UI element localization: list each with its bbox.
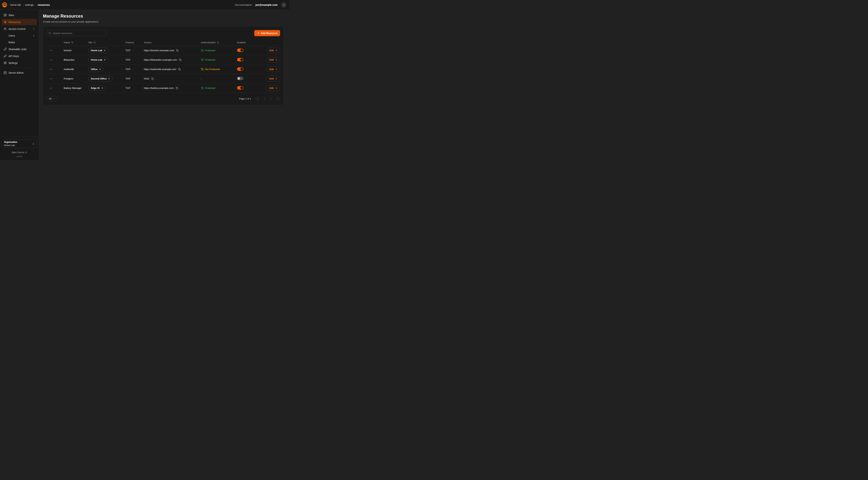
users-icon	[4, 27, 7, 30]
column-header-authentication[interactable]: Authentication	[201, 41, 237, 44]
plus-icon	[257, 32, 259, 34]
edit-button[interactable]: Edit	[267, 66, 280, 72]
site-link-button[interactable]: Edge 01	[88, 85, 106, 91]
open-source-link[interactable]: Open Source	[2, 151, 37, 154]
row-menu-button[interactable]	[49, 58, 54, 62]
column-header-name[interactable]: Name	[64, 41, 88, 44]
external-link-icon	[101, 87, 103, 89]
next-page-button[interactable]	[268, 96, 273, 101]
protocol-value: TCP	[125, 77, 144, 80]
enabled-toggle[interactable]	[237, 49, 243, 52]
search-input[interactable]	[47, 30, 106, 36]
add-resource-label: Add Resource	[261, 32, 277, 35]
last-page-button[interactable]	[275, 96, 280, 101]
copy-button[interactable]	[178, 68, 181, 71]
pagination-bar: 20 Page 1 of 1	[47, 96, 280, 101]
row-menu-button[interactable]	[49, 48, 54, 53]
sidebar-item-access-control[interactable]: Access Control	[2, 26, 37, 32]
edit-button[interactable]: Edit	[267, 48, 280, 53]
enabled-toggle[interactable]	[237, 86, 243, 90]
documentation-link[interactable]: Documentation	[235, 3, 252, 6]
main-content: Manage Resources Create secure proxies t…	[39, 10, 289, 160]
arrow-right-icon	[275, 68, 277, 70]
site-link-button[interactable]: Home Lab	[88, 48, 108, 53]
ellipsis-icon	[50, 87, 53, 90]
first-page-button[interactable]	[255, 96, 260, 101]
sidebar-footer: Organization Home Lab Open Source v1.3.0	[0, 137, 39, 157]
version-label: v1.3.0	[2, 155, 37, 157]
ellipsis-icon	[50, 68, 53, 71]
page-size-select[interactable]: 20	[47, 96, 57, 101]
organization-selector[interactable]: Organization Home Lab	[2, 139, 37, 148]
gear-icon	[4, 61, 7, 64]
site-name: Home Lab	[91, 49, 102, 52]
row-menu-button[interactable]	[49, 77, 54, 81]
search-icon	[49, 32, 51, 35]
site-name: Second Office	[91, 77, 106, 80]
edit-button[interactable]: Edit	[267, 76, 280, 82]
app-logo[interactable]	[1, 2, 8, 8]
access-value: https://authentik.example.com	[144, 68, 176, 70]
avatar[interactable]: J	[281, 2, 286, 8]
arrow-right-icon	[275, 49, 277, 52]
arrow-right-icon	[275, 87, 277, 89]
edit-label: Edit	[269, 77, 274, 80]
prev-page-button[interactable]	[262, 96, 267, 101]
sidebar-divider	[4, 67, 35, 68]
enabled-toggle[interactable]	[237, 67, 243, 71]
copy-button[interactable]	[179, 58, 182, 62]
sidebar-item-shareable-links[interactable]: Shareable Links	[2, 46, 37, 52]
sidebar-item-roles[interactable]: Roles	[2, 39, 37, 46]
row-menu-button[interactable]	[49, 86, 54, 90]
copy-button[interactable]	[176, 49, 179, 52]
column-header-label: Enabled	[237, 41, 246, 44]
edit-button[interactable]: Edit	[267, 85, 280, 91]
sidebar-item-settings[interactable]: Settings	[2, 60, 37, 66]
external-link-icon	[103, 59, 106, 61]
resource-name: Authentik	[64, 68, 88, 70]
column-header-site[interactable]: Site	[88, 41, 125, 44]
sidebar-item-label: Roles	[8, 41, 15, 44]
site-link-button[interactable]: Home Lab	[88, 57, 108, 63]
resource-name: Battery Manager	[64, 87, 88, 89]
external-link-icon	[99, 68, 101, 70]
topbar-actions: Documentation joe@example.com J	[235, 2, 286, 8]
page-size-value: 20	[49, 97, 52, 100]
access-value: https://immich.example.com	[144, 49, 174, 52]
breadcrumb-separator: ›	[35, 3, 36, 6]
auth-status: Protected	[201, 49, 237, 52]
key-icon	[4, 55, 7, 58]
sidebar-item-users[interactable]: Users	[2, 33, 37, 39]
open-source-label: Open Source	[11, 151, 24, 154]
chevron-left-icon	[263, 97, 266, 100]
sidebar-item-sites[interactable]: Sites	[2, 12, 37, 18]
site-name: Edge 01	[91, 87, 100, 89]
organization-label: Organization	[4, 141, 17, 143]
sort-icon	[71, 41, 73, 43]
protocol-value: TCP	[125, 49, 144, 52]
breadcrumb-item[interactable]: home-lab	[10, 3, 21, 6]
breadcrumb-item[interactable]: settings	[25, 3, 34, 6]
sidebar: Sites Resources Access Control Users Rol…	[0, 10, 39, 160]
row-menu-button[interactable]	[49, 67, 54, 71]
site-link-button[interactable]: Second Office	[88, 76, 113, 82]
sidebar-item-server-admin[interactable]: Server Admin	[2, 69, 37, 76]
sort-icon	[217, 41, 219, 43]
enabled-toggle[interactable]	[237, 58, 243, 61]
pagination-controls: Page 1 of 1	[239, 96, 280, 101]
ellipsis-icon	[50, 58, 53, 61]
sidebar-item-api-keys[interactable]: API Keys	[2, 53, 37, 59]
card-toolbar: Add Resource	[47, 30, 280, 36]
edit-button[interactable]: Edit	[267, 57, 280, 63]
site-link-button[interactable]: Office	[88, 66, 103, 72]
sidebar-item-resources[interactable]: Resources	[2, 19, 37, 25]
copy-button[interactable]	[151, 77, 154, 80]
add-resource-button[interactable]: Add Resource	[254, 30, 280, 36]
access-value: https://battery.example.com	[144, 87, 174, 89]
copy-button[interactable]	[175, 87, 179, 90]
copy-icon	[176, 49, 179, 52]
table-row: Postgres Second Office TCP 5432 - Edit	[47, 74, 280, 84]
enabled-toggle[interactable]	[237, 77, 243, 80]
external-link-icon	[108, 78, 110, 80]
auth-status: Protected	[201, 58, 237, 61]
